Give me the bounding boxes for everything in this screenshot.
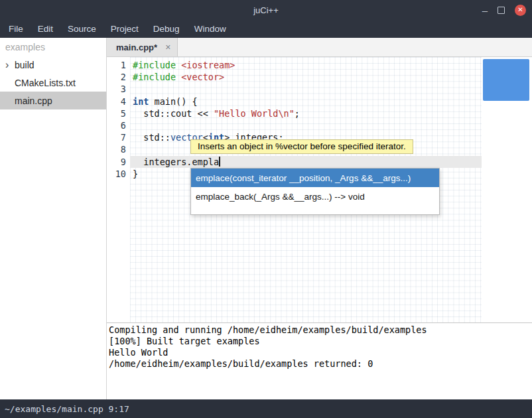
file-sidebar: examples ›buildCMakeLists.txtmain.cpp bbox=[0, 38, 107, 399]
line-number: 8 bbox=[107, 143, 126, 155]
terminal-line: Compiling and running /home/eidheim/exam… bbox=[109, 324, 532, 336]
status-text: ~/examples/main.cpp 9:17 bbox=[5, 404, 129, 414]
tab-main-cpp[interactable]: main.cpp* × bbox=[107, 38, 178, 56]
close-icon[interactable]: ✕ bbox=[515, 5, 526, 16]
code-token: std::cout << bbox=[133, 108, 214, 119]
code-token: #include bbox=[133, 72, 176, 82]
line-number: 4 bbox=[107, 96, 126, 107]
tree-item-label: CMakeLists.txt bbox=[15, 78, 76, 88]
line-number: 7 bbox=[107, 131, 126, 143]
menu-item-project[interactable]: Project bbox=[103, 21, 146, 37]
file-tree: ›buildCMakeLists.txtmain.cpp bbox=[0, 56, 106, 109]
menu-item-source[interactable]: Source bbox=[60, 21, 103, 37]
tab-bar: main.cpp* × bbox=[107, 38, 532, 57]
terminal-output[interactable]: Compiling and running /home/eidheim/exam… bbox=[107, 322, 532, 399]
line-number: 5 bbox=[107, 107, 126, 119]
line-number-gutter: 12345678910 bbox=[107, 57, 130, 322]
tree-item-CMakeLists.txt[interactable]: CMakeLists.txt bbox=[0, 74, 106, 92]
chevron-right-icon[interactable]: › bbox=[5, 60, 15, 70]
window-title: juCi++ bbox=[253, 5, 279, 15]
terminal-line: /home/eidheim/examples/build/examples re… bbox=[109, 358, 532, 370]
tree-item-build[interactable]: ›build bbox=[0, 56, 106, 74]
doc-tooltip: Inserts an object in %vector before spec… bbox=[190, 139, 413, 154]
editor-pane: main.cpp* × 12345678910 #include <iostre… bbox=[107, 38, 532, 399]
code-token: ; bbox=[295, 108, 300, 119]
completion-popup: emplace(const_iterator __position, _Args… bbox=[190, 168, 440, 215]
completion-item-0[interactable]: emplace(const_iterator __position, _Args… bbox=[191, 169, 439, 187]
minimap-thumb[interactable] bbox=[483, 59, 529, 101]
juci-window: juCi++ – ✕ FileEditSourceProjectDebugWin… bbox=[0, 0, 532, 418]
tab-close-icon[interactable]: × bbox=[165, 42, 170, 52]
code-token: "Hello World\n" bbox=[214, 108, 295, 119]
code-line-9[interactable]: integers.empla bbox=[130, 156, 482, 168]
code-token: main() { bbox=[149, 96, 197, 107]
minimize-icon[interactable]: – bbox=[482, 5, 488, 15]
code-token: integers.empla bbox=[133, 157, 219, 167]
window-controls: – ✕ bbox=[482, 0, 526, 20]
project-folder-label: examples bbox=[0, 38, 106, 56]
code-editor[interactable]: 12345678910 #include <iostream>#include … bbox=[107, 57, 532, 322]
completion-item-1[interactable]: emplace_back(_Args &&__args...) --> void bbox=[191, 187, 439, 206]
code-line-6[interactable] bbox=[130, 119, 482, 131]
code-line-5[interactable]: std::cout << "Hello World\n"; bbox=[130, 107, 482, 119]
line-number: 3 bbox=[107, 83, 126, 95]
terminal-line: Hello World bbox=[109, 347, 532, 358]
maximize-icon[interactable] bbox=[498, 7, 505, 14]
line-number: 1 bbox=[107, 59, 126, 71]
terminal-line: [100%] Built target examples bbox=[109, 336, 532, 347]
line-number: 6 bbox=[107, 119, 126, 131]
tree-item-main.cpp[interactable]: main.cpp bbox=[0, 92, 106, 109]
menu-item-file[interactable]: File bbox=[1, 21, 31, 37]
minimap[interactable] bbox=[482, 57, 532, 322]
code-token bbox=[176, 60, 181, 70]
menu-item-debug[interactable]: Debug bbox=[146, 21, 187, 37]
text-cursor bbox=[219, 157, 220, 167]
code-token: } bbox=[133, 169, 138, 179]
menu-item-window[interactable]: Window bbox=[187, 21, 233, 37]
code-token: #include bbox=[133, 60, 176, 70]
code-line-4[interactable]: int main() { bbox=[130, 96, 482, 107]
line-number: 2 bbox=[107, 71, 126, 83]
tree-item-label: build bbox=[15, 60, 34, 70]
menu-item-edit[interactable]: Edit bbox=[31, 21, 60, 37]
tree-item-label: main.cpp bbox=[15, 96, 52, 106]
code-line-1[interactable]: #include <iostream> bbox=[130, 59, 482, 71]
code-line-2[interactable]: #include <vector> bbox=[130, 71, 482, 83]
menu-bar: FileEditSourceProjectDebugWindow bbox=[0, 20, 532, 38]
code-token: int bbox=[133, 96, 149, 107]
line-number: 9 bbox=[107, 156, 126, 168]
main-area: examples ›buildCMakeLists.txtmain.cpp ma… bbox=[0, 38, 532, 399]
code-token: std:: bbox=[133, 132, 170, 143]
title-bar[interactable]: juCi++ – ✕ bbox=[0, 0, 532, 20]
code-token: <iostream> bbox=[181, 60, 235, 70]
code-token: <vector> bbox=[181, 72, 224, 82]
code-token bbox=[176, 72, 181, 82]
status-bar: ~/examples/main.cpp 9:17 bbox=[0, 399, 532, 418]
tab-label: main.cpp* bbox=[116, 42, 157, 52]
code-line-3[interactable] bbox=[130, 83, 482, 95]
line-number: 10 bbox=[107, 168, 126, 180]
